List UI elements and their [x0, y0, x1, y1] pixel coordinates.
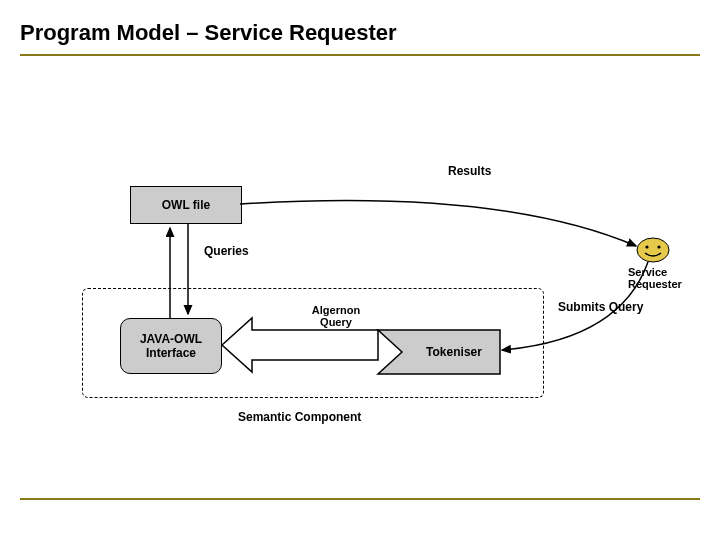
slide: Program Model – Service Requester Result…: [0, 0, 720, 540]
svg-point-5: [645, 245, 648, 248]
svg-point-6: [657, 245, 660, 248]
label-service-requester: Service Requester: [628, 266, 682, 290]
service-requester-icon: [636, 236, 670, 264]
label-semantic-component: Semantic Component: [238, 410, 361, 424]
svg-point-4: [637, 238, 669, 262]
arrow-submits-query: [0, 0, 720, 540]
